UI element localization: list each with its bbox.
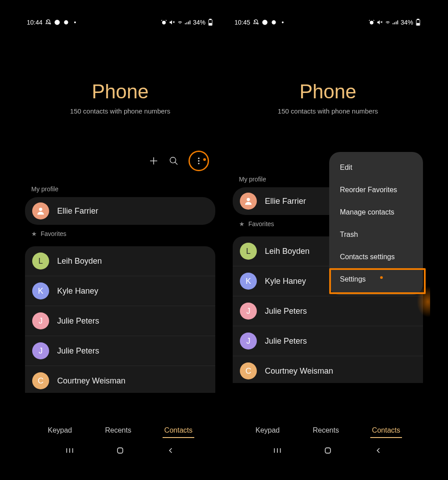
- whatsapp-icon: [54, 19, 60, 25]
- svg-point-24: [262, 20, 268, 25]
- settings-highlight-box: [329, 268, 426, 294]
- back-nav-button[interactable]: [166, 446, 175, 455]
- back-nav-button[interactable]: [374, 446, 383, 455]
- status-time: 10:45: [234, 19, 250, 26]
- notification-dot-icon: [203, 158, 206, 161]
- my-profile-label: My profile: [18, 180, 222, 197]
- status-left: 10:45 •: [234, 19, 286, 26]
- mute-icon: [377, 19, 383, 25]
- signal-icon: [393, 19, 399, 25]
- dot-icon: •: [72, 19, 78, 25]
- system-nav-bar: [18, 441, 222, 460]
- contact-row[interactable]: K Kyle Haney: [25, 276, 215, 306]
- tab-contacts[interactable]: Contacts: [163, 423, 194, 438]
- svg-point-1: [64, 20, 68, 24]
- menu-item-reorder-favorites[interactable]: Reorder Favorites: [329, 179, 423, 201]
- tab-recents[interactable]: Recents: [103, 423, 133, 438]
- favorites-label-text: Favorites: [41, 230, 67, 237]
- svg-point-19: [39, 208, 42, 211]
- wifi-icon: [177, 19, 183, 25]
- svg-rect-29: [393, 23, 394, 25]
- contact-name: Kyle Haney: [265, 277, 306, 286]
- contact-row[interactable]: J Julie Peters: [233, 326, 423, 356]
- contact-avatar: K: [32, 282, 49, 299]
- svg-rect-35: [417, 23, 419, 25]
- contact-avatar: J: [32, 342, 49, 359]
- mute-icon: [169, 19, 175, 25]
- status-right: 34%: [161, 19, 214, 26]
- svg-rect-10: [209, 19, 211, 20]
- dnd-icon: [253, 19, 259, 25]
- contact-name: Julie Peters: [57, 316, 99, 326]
- recents-nav-button[interactable]: [65, 446, 74, 455]
- chat-icon: [271, 19, 277, 25]
- home-nav-button[interactable]: [323, 446, 332, 455]
- svg-point-17: [198, 160, 199, 161]
- contact-avatar: C: [240, 362, 257, 379]
- svg-point-2: [162, 21, 166, 25]
- svg-rect-11: [209, 23, 212, 25]
- contact-row[interactable]: C Courtney Weisman: [25, 366, 215, 393]
- contact-avatar: J: [32, 312, 49, 329]
- app-title: Phone: [226, 80, 430, 103]
- svg-rect-40: [325, 448, 331, 453]
- phone-screen-right: 10:45 • 34% Phone 150 contacts with phon…: [226, 13, 430, 460]
- svg-point-16: [198, 158, 199, 159]
- profile-avatar-icon: [240, 193, 257, 210]
- contact-row[interactable]: J Julie Peters: [233, 296, 423, 326]
- dot-icon: •: [280, 19, 286, 25]
- contact-name: Julie Peters: [265, 337, 307, 346]
- contact-row[interactable]: L Leih Boyden: [25, 246, 215, 276]
- tab-recents[interactable]: Recents: [311, 423, 341, 438]
- alarm-icon: [161, 19, 167, 25]
- action-row: [18, 128, 222, 180]
- contact-name: Courtney Weisman: [265, 366, 333, 376]
- svg-rect-8: [189, 21, 190, 25]
- menu-item-trash[interactable]: Trash: [329, 223, 423, 246]
- svg-point-36: [247, 198, 250, 201]
- svg-rect-6: [186, 22, 187, 24]
- app-subtitle: 150 contacts with phone numbers: [18, 107, 222, 115]
- dnd-icon: [45, 19, 51, 25]
- contact-avatar: K: [240, 273, 257, 290]
- chat-icon: [63, 19, 69, 25]
- battery-percent: 34%: [401, 19, 413, 26]
- svg-rect-23: [117, 448, 123, 453]
- header: Phone 150 contacts with phone numbers: [226, 31, 430, 128]
- contact-name: Leih Boyden: [57, 257, 102, 266]
- svg-rect-5: [185, 23, 186, 25]
- profile-card[interactable]: Ellie Farrier: [25, 197, 215, 225]
- contact-row[interactable]: J Julie Peters: [25, 306, 215, 336]
- contact-row[interactable]: C Courtney Weisman: [233, 356, 423, 383]
- contact-avatar: C: [32, 372, 49, 389]
- contact-avatar: J: [240, 303, 257, 320]
- signal-icon: [185, 19, 191, 25]
- contact-name: Kyle Haney: [57, 286, 98, 296]
- status-left: 10:44 •: [27, 19, 78, 26]
- tab-keypad[interactable]: Keypad: [254, 423, 281, 438]
- tab-keypad[interactable]: Keypad: [46, 423, 74, 438]
- recents-nav-button[interactable]: [273, 446, 282, 455]
- status-bar: 10:45 • 34%: [226, 13, 430, 31]
- home-nav-button[interactable]: [116, 446, 125, 455]
- svg-rect-7: [188, 21, 189, 24]
- contact-row[interactable]: J Julie Peters: [25, 336, 215, 366]
- system-nav-bar: [226, 441, 430, 460]
- battery-percent: 34%: [193, 19, 205, 26]
- contact-avatar: L: [240, 243, 257, 260]
- menu-item-edit[interactable]: Edit: [329, 156, 423, 179]
- battery-icon: [207, 19, 214, 25]
- favorites-label: ★ Favorites: [18, 225, 222, 242]
- svg-rect-32: [397, 21, 398, 25]
- contact-name: Leih Boyden: [265, 247, 310, 256]
- contact-name: Julie Peters: [265, 307, 307, 316]
- add-button[interactable]: [148, 156, 159, 166]
- wifi-icon: [385, 19, 391, 25]
- menu-item-manage-contacts[interactable]: Manage contacts: [329, 201, 423, 223]
- menu-item-contacts-settings[interactable]: Contacts settings: [329, 246, 423, 268]
- more-menu-button[interactable]: [194, 156, 203, 165]
- svg-rect-34: [417, 19, 419, 20]
- favorites-label-text: Favorites: [248, 220, 274, 227]
- tab-contacts[interactable]: Contacts: [370, 423, 402, 438]
- search-button[interactable]: [169, 156, 179, 166]
